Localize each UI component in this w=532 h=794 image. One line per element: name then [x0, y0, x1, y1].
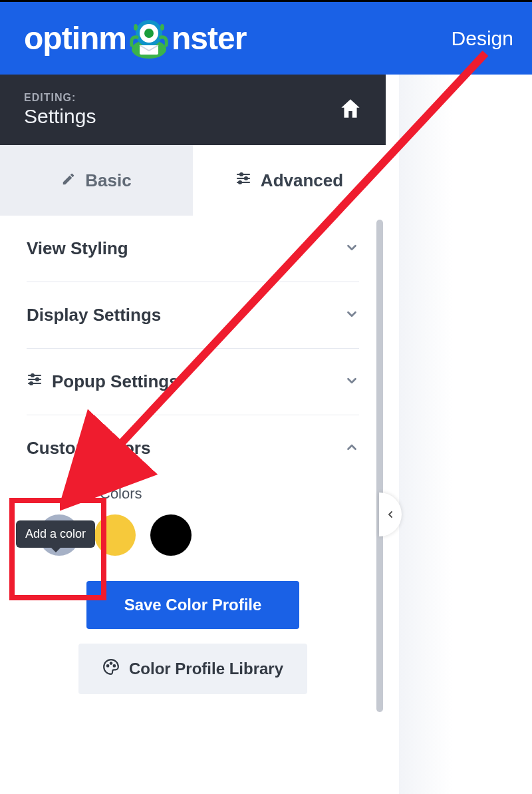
color-profile-library-label: Color Profile Library	[129, 660, 283, 678]
svg-point-6	[160, 24, 164, 31]
settings-panel: View Styling Display Settings Popup Sett…	[0, 216, 386, 735]
brand-text-suffix: nster	[172, 20, 246, 57]
svg-point-21	[107, 665, 109, 667]
editing-eyebrow: EDITING:	[24, 92, 96, 104]
svg-point-18	[30, 382, 33, 385]
chevron-up-icon	[344, 440, 359, 457]
panel-collapse-handle[interactable]	[379, 493, 402, 536]
section-popup-settings-label: Popup Settings	[52, 371, 179, 392]
sliders-icon	[27, 371, 43, 392]
tab-advanced-label: Advanced	[261, 170, 343, 191]
home-icon[interactable]	[339, 99, 362, 121]
settings-tabs: Basic Advanced	[0, 145, 386, 216]
editing-header: EDITING: Settings	[0, 75, 386, 145]
palette-icon	[102, 658, 120, 680]
chevron-down-icon	[344, 240, 359, 258]
color-profile-library-button[interactable]: Color Profile Library	[78, 644, 307, 694]
section-popup-settings[interactable]: Popup Settings	[27, 349, 359, 415]
tab-advanced[interactable]: Advanced	[193, 145, 386, 216]
section-custom-colors-label: Custom Colors	[27, 438, 150, 459]
svg-point-8	[240, 173, 243, 176]
section-view-styling[interactable]: View Styling	[27, 216, 359, 282]
svg-point-5	[134, 24, 138, 31]
pencil-icon	[61, 170, 76, 191]
editing-title: Settings	[24, 105, 96, 128]
svg-point-3	[144, 29, 154, 38]
color-swatch-black[interactable]	[150, 514, 192, 556]
svg-point-14	[31, 374, 34, 377]
save-color-profile-label: Save Color Profile	[124, 596, 262, 614]
save-color-profile-button[interactable]: Save Color Profile	[86, 581, 299, 629]
nav-tab-design[interactable]: Design	[452, 27, 513, 50]
svg-point-22	[110, 662, 112, 664]
brand-logo: optinm nster	[24, 17, 246, 60]
color-swatch-yellow[interactable]	[94, 514, 136, 556]
top-bar: optinm nster Design	[0, 0, 532, 75]
colors-sub-label: Colors	[27, 485, 359, 502]
tab-basic-label: Basic	[85, 170, 131, 191]
chevron-down-icon	[344, 307, 359, 324]
tab-basic[interactable]: Basic	[0, 145, 193, 216]
sliders-icon	[235, 170, 251, 191]
brand-mascot-icon	[128, 17, 170, 60]
svg-point-10	[245, 177, 247, 180]
section-custom-colors[interactable]: Custom Colors	[27, 415, 359, 481]
canvas-area	[399, 75, 532, 794]
chevron-down-icon	[344, 373, 359, 391]
brand-text-prefix: optinm	[24, 20, 126, 57]
panel-scrollbar[interactable]	[376, 220, 383, 712]
svg-point-23	[114, 665, 116, 667]
add-color-tooltip: Add a color	[16, 520, 95, 548]
section-display-settings-label: Display Settings	[27, 305, 161, 325]
section-view-styling-label: View Styling	[27, 238, 128, 259]
svg-point-16	[36, 378, 39, 381]
svg-point-12	[239, 181, 241, 184]
section-display-settings[interactable]: Display Settings	[27, 282, 359, 349]
